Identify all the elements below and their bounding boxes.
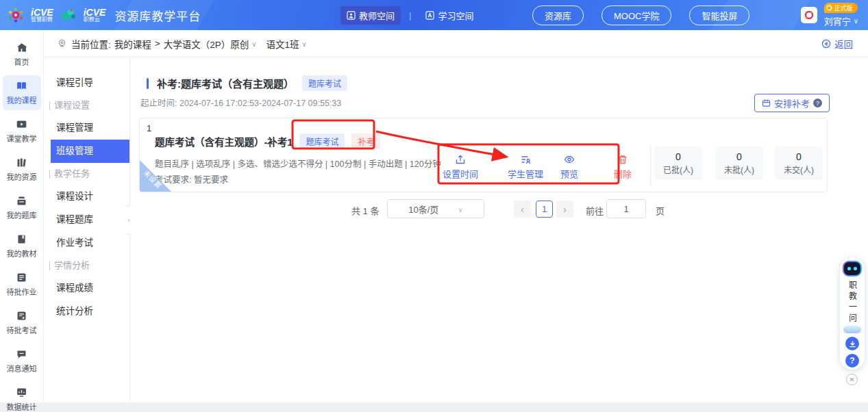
delete-trash-icon	[617, 154, 628, 165]
robot-assistant-icon[interactable]	[843, 261, 862, 276]
exam-icon	[16, 310, 27, 322]
learning-space-label: 学习空间	[438, 9, 473, 22]
book-icon	[16, 80, 27, 92]
calendar-icon	[762, 99, 771, 107]
course-menu-item-class-management[interactable]: 班级管理	[51, 140, 129, 163]
stat-graded-label: 已批(人)	[663, 164, 693, 175]
pagination: 共 1 条 10条/页 1 前往 页	[139, 198, 828, 220]
stat-graded: 0 已批(人)	[654, 146, 702, 180]
download-icon[interactable]	[845, 337, 859, 350]
course-menu-section-settings: 课程设置	[44, 94, 129, 116]
stat-ungraded-label: 未批(人)	[724, 164, 754, 175]
breadcrumb-separator: >	[155, 38, 160, 49]
page-number-button[interactable]: 1	[536, 201, 553, 218]
exam-title: 题库考试（含有主观题）-补考1	[155, 134, 293, 149]
assistant-float-widget[interactable]: 职教一问	[840, 257, 865, 370]
smart-cast-button[interactable]: 智能投屏	[689, 5, 749, 25]
user-menu[interactable]: 刘宵宁	[824, 14, 858, 27]
brand-area: iCVE 智慧职教 iCVE 职教云 资源库教学平台	[7, 0, 201, 30]
icve-zhijiaoyun-logo-text: iCVE 职教云	[84, 8, 106, 23]
help-circle-icon[interactable]	[845, 354, 859, 368]
page-size-select[interactable]: 10条/页	[387, 199, 484, 218]
sidebar-item-home[interactable]: 首页	[3, 37, 41, 72]
back-button[interactable]: 返回	[821, 37, 853, 51]
sidebar-item-label: 待批考试	[7, 324, 37, 335]
breadcrumb-bar: 当前位置: 我的课程 > 大学语文（2P）原创 语文1班 返回	[44, 30, 868, 57]
icve-zhihui-logo-text: iCVE 智慧职教	[31, 8, 53, 23]
chevron-down-icon	[251, 38, 256, 49]
top-header: iCVE 智慧职教 iCVE 职教云 资源库教学平台	[0, 0, 868, 30]
set-time-button[interactable]: 设置时间	[440, 154, 481, 180]
learning-space-icon	[425, 11, 434, 20]
breadcrumb-class-dropdown[interactable]: 语文1班	[266, 37, 307, 51]
stat-unsubmitted: 0 未交(人)	[775, 146, 823, 180]
version-badge: 正式版	[824, 3, 858, 13]
sidebar-item-my-resources[interactable]: 我的资源	[3, 152, 41, 187]
stats-icon	[16, 387, 27, 398]
student-manage-icon	[520, 154, 531, 165]
icve-zhijiaoyun-logo-icon	[60, 6, 77, 24]
page-title-row: 补考:题库考试（含有主观题） 题库考试	[147, 75, 347, 91]
sidebar-item-my-courses[interactable]: 我的课程	[3, 75, 41, 110]
header-quick-links: 资源库 MOOC学院 智能投屏	[532, 0, 749, 30]
student-manage-button[interactable]: 学生管理	[505, 154, 546, 180]
avatar[interactable]	[801, 7, 817, 23]
course-menu-item-course-management[interactable]: 课程管理	[44, 116, 129, 140]
sidebar-item-data-statistics[interactable]: 数据统计	[3, 382, 41, 412]
learning-space-button[interactable]: 学习空间	[419, 6, 480, 25]
course-menu-item-course-design[interactable]: 课程设计	[44, 185, 129, 208]
homework-icon	[16, 272, 27, 283]
page-unit-label: 页	[656, 204, 665, 217]
course-menu-item-homework-exam[interactable]: 作业考试	[44, 231, 129, 255]
teacher-space-button[interactable]: 教师空间	[340, 6, 401, 25]
sidebar-item-homework-to-grade[interactable]: 待批作业	[3, 267, 41, 302]
exam-tag-question-bank: 题库考试	[299, 133, 345, 149]
sidebar-item-label: 我的资源	[7, 171, 37, 182]
schedule-makeup-exam-button[interactable]: 安排补考	[754, 94, 830, 112]
next-page-button[interactable]	[556, 201, 573, 218]
course-menu-item-course-grades[interactable]: 课程成绩	[44, 276, 129, 300]
delete-button[interactable]: 删除	[602, 154, 643, 180]
course-menu-section-learning-analysis: 学情分析	[44, 255, 129, 276]
teacher-space-label: 教师空间	[359, 9, 395, 22]
student-manage-label: 学生管理	[508, 167, 543, 180]
exam-card: 1 题库考试（含有主观题）-补考1 题库考试 补考 题目乱序 | 选项乱序 | …	[139, 118, 828, 192]
sidebar-item-my-textbooks[interactable]: 我的教材	[3, 229, 41, 263]
stat-graded-value: 0	[675, 151, 681, 162]
textbook-icon	[16, 233, 27, 245]
exam-title-row: 题库考试（含有主观题）-补考1 题库考试 补考	[155, 133, 380, 149]
exam-type-tag: 题库考试	[302, 75, 347, 91]
home-icon	[16, 42, 27, 53]
page-title: 补考:题库考试（含有主观题）	[157, 76, 294, 90]
sidebar-item-notifications[interactable]: 消息通知	[3, 344, 41, 378]
sidebar-item-my-question-bank[interactable]: 我的题库	[3, 190, 41, 225]
course-menu-item-guide[interactable]: 课程引导	[44, 71, 129, 94]
breadcrumb-root[interactable]: 我的课程	[114, 37, 151, 51]
back-arrow-icon	[821, 39, 831, 49]
sidebar-item-label: 我的教材	[7, 248, 37, 259]
chevron-down-icon	[302, 38, 307, 49]
stat-ungraded-value: 0	[736, 151, 742, 162]
mooc-academy-button[interactable]: MOOC学院	[602, 5, 671, 25]
sidebar-item-classroom-teaching[interactable]: 课堂教学	[3, 114, 41, 149]
breadcrumb-course-dropdown[interactable]: 大学语文（2P）原创	[164, 37, 257, 51]
location-pin-icon	[58, 39, 66, 48]
sidebar-item-label: 我的题库	[7, 209, 37, 220]
stat-unsubmitted-label: 未交(人)	[784, 164, 814, 175]
course-menu-item-course-question-bank[interactable]: 课程题库	[44, 208, 129, 231]
goto-page-input[interactable]	[606, 199, 646, 218]
exam-tag-makeup: 补考	[351, 133, 380, 149]
sidebar-item-exams-to-grade[interactable]: 待批考试	[3, 305, 41, 340]
primary-sidebar: 首页 我的课程 课堂教学 我的资源 我的题库 我的教材 待批作业 待批考试 消息…	[0, 30, 44, 402]
set-time-icon	[455, 154, 466, 165]
message-icon	[16, 348, 27, 360]
preview-button[interactable]: 预览	[549, 154, 590, 180]
resource-library-button[interactable]: 资源库	[532, 5, 584, 25]
teacher-space-icon	[347, 11, 356, 20]
icve-zhihui-logo-icon	[7, 6, 25, 24]
title-accent-bar	[147, 78, 149, 89]
close-widget-icon[interactable]	[846, 374, 858, 385]
course-menu-item-statistical-analysis[interactable]: 统计分析	[44, 300, 129, 323]
help-icon[interactable]	[813, 99, 822, 107]
prev-page-button[interactable]	[514, 201, 531, 218]
